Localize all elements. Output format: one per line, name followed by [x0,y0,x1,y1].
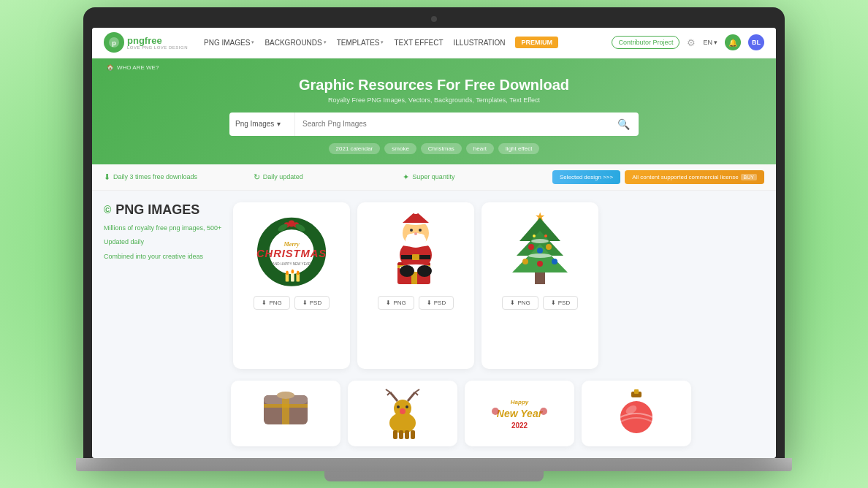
svg-point-70 [400,408,406,414]
contributor-project-button[interactable]: Contributor Project [612,36,679,49]
download-png-button-santa[interactable]: ⬇ PNG [378,296,414,310]
tag-heart[interactable]: heart [466,143,494,154]
feature-cta-area: Selected design >>> All content supporte… [552,170,764,184]
reindeer-svg [377,388,428,439]
svg-rect-74 [411,430,415,439]
nav-right: Contributor Project ⚙ EN ▾ 🔔 BL [612,34,764,50]
hero-section: 🏠 WHO ARE WE? Graphic Resources For Free… [92,58,776,164]
svg-point-36 [400,265,414,277]
svg-point-37 [417,265,432,277]
search-input[interactable] [295,113,609,136]
who-are-we[interactable]: 🏠 WHO ARE WE? [107,64,761,71]
selected-design-cta[interactable]: Selected design >>> [552,170,620,184]
svg-line-62 [390,392,397,401]
svg-text:New Year: New Year [497,408,544,419]
card-santa-claus: ⬇ PNG ⬇ PSD [357,202,474,369]
section-title: © PNG IMAGES [104,202,221,218]
svg-point-44 [528,253,552,258]
bottom-card-2 [348,381,457,446]
download-icon: ⬇ [386,300,391,306]
search-bar: Png Images ▾ 🔍 [229,113,639,136]
svg-point-29 [416,234,425,238]
svg-text:CHRISTMAS: CHRISTMAS [256,248,327,259]
svg-point-46 [546,244,552,250]
quantity-icon: ✦ [403,172,409,182]
tag-christmas[interactable]: Christmas [421,143,462,154]
svg-rect-73 [405,430,409,439]
main-content: © PNG IMAGES Millions of royalty free pn… [92,191,776,381]
svg-line-64 [387,392,390,395]
svg-text:Happy: Happy [511,399,529,405]
nav-premium-button[interactable]: PREMIUM [515,37,558,48]
card-christmas-wreath: Merry CHRISTMAS AND HAPPY NEW YEAR [233,202,350,369]
cards-grid: Merry CHRISTMAS AND HAPPY NEW YEAR [233,202,764,369]
laptop-screen-inner: p pngfree LOVE PNG LOVE DESIGN PNG IMAGE… [92,28,776,458]
laptop-stand [324,471,544,481]
download-png-button-tree[interactable]: ⬇ PNG [502,296,538,310]
laptop-base [76,458,792,471]
tag-calendar[interactable]: 2021 calendar [329,143,381,154]
nav-item-text-effect[interactable]: TEXT EFFECT [394,39,443,47]
download-icon: ⬇ [104,172,110,182]
features-bar: ⬇ Daily 3 times free downloads ↻ Daily u… [92,164,776,191]
svg-text:2022: 2022 [511,422,528,430]
hero-title: Graphic Resources For Free Download [107,77,761,94]
card-actions-tree: ⬇ PNG ⬇ PSD [502,296,578,310]
svg-point-59 [277,392,294,399]
svg-line-63 [386,389,390,392]
svg-point-47 [537,248,543,253]
svg-point-68 [397,405,400,408]
bottom-card-3: Happy New Year 2022 [465,381,574,446]
download-png-button-wreath[interactable]: ⬇ PNG [254,296,289,310]
section-info: © PNG IMAGES Millions of royalty free pn… [104,202,221,369]
tag-light-effect[interactable]: light effect [498,143,539,154]
download-psd-button-wreath[interactable]: ⬇ PSD [294,296,330,310]
svg-point-30 [410,229,413,232]
user-avatar[interactable]: BL [748,34,764,50]
logo-area: p pngfree LOVE PNG LOVE DESIGN [104,32,188,53]
site-nav: p pngfree LOVE PNG LOVE DESIGN PNG IMAGE… [92,28,776,58]
svg-point-51 [533,235,536,237]
christmas-wreath-svg: Merry CHRISTMAS AND HAPPY NEW YEAR [248,210,335,290]
nav-item-backgrounds[interactable]: BACKGROUNDS ▾ [264,39,326,47]
feature-daily-downloads: ⬇ Daily 3 times free downloads [104,172,254,182]
svg-point-15 [292,269,294,273]
svg-line-65 [408,392,415,401]
download-icon: ⬇ [551,300,556,306]
laptop-screen-outer: p pngfree LOVE PNG LOVE DESIGN PNG IMAGE… [83,7,785,458]
nav-item-png-images[interactable]: PNG IMAGES ▾ [204,39,254,47]
bottom-row: Happy New Year 2022 [92,381,776,458]
download-psd-button-tree[interactable]: ⬇ PSD [543,296,578,310]
chevron-down-icon: ▾ [714,39,717,46]
svg-line-66 [415,389,419,392]
nav-item-illustration[interactable]: ILLUSTRATION [454,39,506,47]
notification-bell[interactable]: 🔔 [725,34,741,50]
svg-point-14 [286,270,289,275]
chevron-down-icon: ▾ [251,39,254,45]
svg-rect-12 [291,272,294,281]
download-psd-button-santa[interactable]: ⬇ PSD [419,296,454,310]
svg-text:AND HAPPY NEW YEAR: AND HAPPY NEW YEAR [273,262,311,266]
feature-super-quantity: ✦ Super quantity [403,172,552,182]
svg-point-28 [407,234,416,238]
refresh-icon: ↻ [254,172,260,182]
language-selector[interactable]: EN ▾ [703,39,717,46]
svg-point-32 [414,232,417,235]
svg-point-16 [297,270,300,275]
svg-point-43 [531,239,549,243]
download-icon: ⬇ [510,300,515,306]
svg-rect-25 [412,254,419,260]
tag-smoke[interactable]: smoke [384,143,416,154]
download-icon: ⬇ [302,300,308,306]
license-cta[interactable]: All content supported commercial license… [625,170,764,184]
section-desc3: Combined into your creative ideas [104,252,221,262]
svg-rect-72 [399,430,403,439]
svg-point-78 [492,408,499,415]
search-button[interactable]: 🔍 [609,118,639,130]
search-type-dropdown[interactable]: Png Images ▾ [229,113,295,136]
notification-icon: ⚙ [687,37,696,48]
logo-text: pngfree LOVE PNG LOVE DESIGN [127,36,188,50]
card-actions-wreath: ⬇ PNG ⬇ PSD [254,296,330,310]
christmas-tree-svg: ★ [503,210,576,289]
nav-item-templates[interactable]: TEMPLATES ▾ [337,39,384,47]
